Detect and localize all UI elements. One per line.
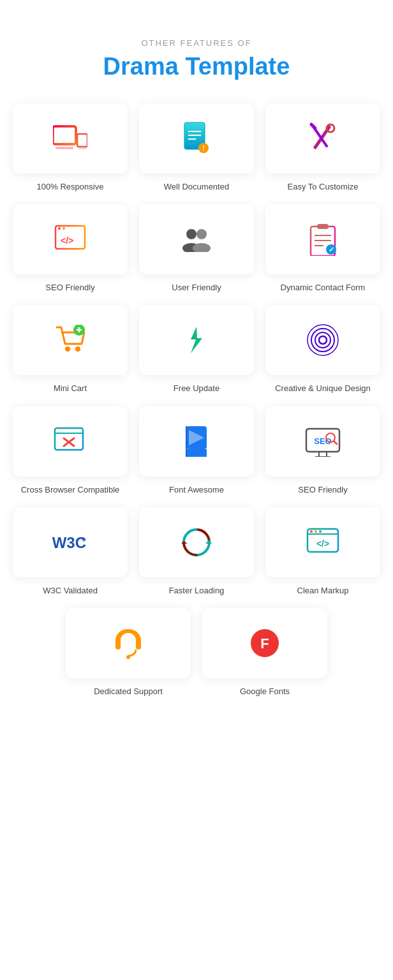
seo-monitor-icon: SEO: [304, 422, 342, 461]
feature-crossbrowser: Cross Browser Compatible: [13, 406, 128, 496]
section-subtitle: Other features of: [13, 38, 380, 48]
feature-responsive: 100% Responsive: [13, 103, 128, 193]
svg-rect-66: [136, 641, 141, 650]
feature-card-seo2: SEO: [265, 406, 380, 477]
svg-point-37: [319, 336, 327, 344]
feature-label-crossbrowser: Cross Browser Compatible: [21, 484, 120, 496]
feature-seo1: </> SEO Friendly: [13, 204, 128, 293]
documented-icon: !: [177, 119, 216, 158]
svg-text:F: F: [260, 635, 269, 651]
feature-card-markup: </>: [265, 507, 380, 577]
feature-card-update: [139, 305, 254, 375]
feature-label-faster: Faster Loading: [169, 585, 225, 597]
feature-label-customize: Easy To Customize: [287, 181, 358, 193]
feature-card-contact: ✓: [265, 204, 380, 274]
w3c-icon: W3C ®: [51, 523, 89, 561]
feature-documented: ! Well Documented: [139, 103, 254, 193]
feature-label-documented: Well Documented: [164, 181, 229, 193]
svg-rect-1: [77, 134, 87, 147]
feature-card-w3c: W3C ®: [13, 507, 128, 577]
feature-user: User Friendly: [139, 204, 254, 293]
seo-friendly-icon: </>: [51, 220, 89, 258]
svg-point-63: [319, 530, 322, 533]
feature-card-customize: [265, 103, 380, 174]
svg-rect-3: [78, 148, 86, 149]
svg-point-21: [186, 229, 196, 239]
contact-form-icon: ✓: [304, 220, 342, 258]
feature-card-fontawesome: [139, 406, 254, 477]
svg-point-32: [65, 346, 70, 352]
user-friendly-icon: [177, 220, 216, 258]
feature-label-user: User Friendly: [172, 282, 221, 293]
feature-label-w3c: W3C Validated: [43, 585, 98, 597]
feature-label-creative: Creative & Unique Design: [275, 383, 371, 394]
svg-rect-41: [55, 428, 83, 450]
feature-creative: Creative & Unique Design: [265, 305, 380, 394]
svg-rect-0: [53, 126, 76, 144]
svg-line-15: [311, 124, 315, 128]
clean-markup-icon: </>: [304, 523, 342, 561]
svg-point-40: [308, 325, 338, 355]
features-row-5: W3C ® W3C Validated: [13, 507, 380, 597]
mini-cart-icon: [51, 321, 89, 359]
svg-rect-2: [56, 147, 73, 149]
dedicated-support-icon: [109, 624, 147, 662]
font-awesome-icon: [177, 422, 216, 461]
svg-point-22: [196, 229, 207, 239]
svg-line-54: [334, 441, 337, 444]
feature-label-responsive: 100% Responsive: [37, 181, 104, 193]
feature-w3c: W3C ® W3C Validated: [13, 507, 128, 597]
customize-icon: [304, 119, 342, 158]
feature-card-support: [66, 608, 191, 678]
features-row-3: Mini Cart: [13, 305, 380, 394]
feature-label-support: Dedicated Support: [94, 686, 163, 697]
feature-label-update: Free Update: [174, 383, 219, 394]
svg-text:®: ®: [82, 537, 86, 543]
feature-card-user: [139, 204, 254, 274]
svg-point-19: [63, 227, 65, 230]
svg-point-67: [126, 655, 130, 659]
feature-card-crossbrowser: [13, 406, 128, 477]
feature-label-markup: Clean Markup: [297, 585, 349, 597]
faster-loading-icon: [177, 523, 216, 561]
google-fonts-icon: F: [246, 624, 284, 662]
feature-card-cart: [13, 305, 128, 375]
feature-faster: Faster Loading: [139, 507, 254, 597]
feature-card-seo1: </>: [13, 204, 128, 274]
feature-markup: </> Clean Markup: [265, 507, 380, 597]
features-row-6: Dedicated Support F Google Fonts: [66, 608, 327, 697]
feature-card-responsive: [13, 103, 128, 174]
feature-card-documented: !: [139, 103, 254, 174]
feature-label-fontawesome: Font Awesome: [169, 484, 224, 496]
feature-card-faster: [139, 507, 254, 577]
svg-point-33: [75, 346, 80, 352]
feature-customize: Easy To Customize: [265, 103, 380, 193]
feature-support: Dedicated Support: [66, 608, 191, 697]
page-container: Other features of Drama Template: [0, 0, 393, 736]
svg-marker-46: [186, 449, 207, 457]
feature-label-seo2: SEO Friendly: [298, 484, 347, 496]
svg-text:</>: </>: [316, 538, 329, 549]
responsive-icon: [51, 119, 89, 158]
feature-card-creative: [265, 305, 380, 375]
feature-cart: Mini Cart: [13, 305, 128, 394]
svg-text:SEO: SEO: [314, 436, 331, 446]
svg-rect-4: [53, 126, 76, 144]
features-row-2: </> SEO Friendly User Frien: [13, 204, 380, 293]
svg-text:W3C: W3C: [52, 534, 86, 551]
feature-contact: ✓ Dynamic Contact Form: [265, 204, 380, 293]
svg-point-61: [310, 530, 313, 533]
features-row-4: Cross Browser Compatible Font Awesome: [13, 406, 380, 496]
cross-browser-icon: [51, 422, 89, 461]
creative-icon: [304, 321, 342, 359]
feature-label-cart: Mini Cart: [54, 383, 87, 394]
feature-card-gfonts: F: [202, 608, 327, 678]
feature-fontawesome: Font Awesome: [139, 406, 254, 496]
feature-seo2: SEO SEO Friendly: [265, 406, 380, 496]
feature-label-seo1: SEO Friendly: [45, 282, 94, 293]
section-title: Drama Template: [13, 53, 380, 80]
svg-point-38: [315, 332, 330, 348]
free-update-icon: [177, 321, 216, 359]
feature-gfonts: F Google Fonts: [202, 608, 327, 697]
features-row-1: 100% Responsive: [13, 103, 380, 193]
